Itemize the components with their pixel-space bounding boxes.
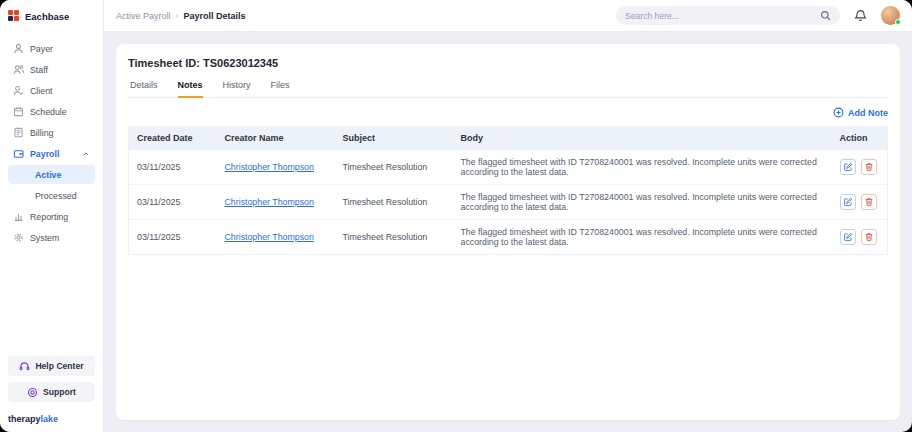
sidebar-item-label: System [30, 233, 59, 243]
breadcrumb: Active Payroll › Payroll Details [116, 11, 246, 21]
avatar[interactable] [881, 6, 900, 25]
sidebar-spacer [8, 248, 95, 350]
sidebar-item-payroll-active[interactable]: Active [8, 165, 95, 184]
brand[interactable]: Eachbase [8, 10, 95, 22]
created-date-cell: 03/11/2025 [129, 220, 217, 255]
search-input[interactable] [625, 11, 814, 21]
support-button[interactable]: Support [8, 382, 95, 402]
header-subject: Subject [335, 127, 453, 150]
sidebar-item-label: Payroll [30, 149, 59, 159]
subject-cell: Timesheet Resolution [335, 220, 453, 255]
plus-circle-icon [833, 107, 844, 118]
table-header-row: Created Date Creator Name Subject Body A… [129, 127, 888, 150]
therapylake-logo: therapylake [8, 414, 95, 424]
created-date-cell: 03/11/2025 [129, 150, 217, 185]
header-action: Action [832, 127, 888, 150]
add-note-label: Add Note [848, 108, 888, 118]
main-content: Timesheet ID: TS0623012345 Details Notes… [104, 32, 912, 432]
edit-note-button[interactable] [840, 159, 856, 175]
sidebar-item-reporting[interactable]: Reporting [8, 206, 95, 227]
row-actions [840, 194, 880, 210]
headset-icon [19, 361, 30, 372]
sidebar-subitem-label: Active [35, 170, 61, 180]
creator-link[interactable]: Christopher Thompson [225, 197, 314, 207]
people-icon [13, 64, 24, 75]
topbar-right [616, 6, 900, 25]
online-status-dot [895, 19, 901, 25]
sidebar-item-label: Staff [30, 65, 48, 75]
eachbase-logo-icon [8, 10, 20, 22]
sidebar-nav: Payer Staff Client Schedule [8, 38, 95, 248]
life-ring-icon [27, 387, 38, 398]
person-icon [13, 43, 24, 54]
search-icon[interactable] [820, 10, 831, 21]
trash-icon [864, 232, 874, 242]
subject-cell: Timesheet Resolution [335, 185, 453, 220]
help-center-button[interactable]: Help Center [8, 356, 95, 376]
sidebar-subitem-label: Processed [35, 191, 77, 201]
breadcrumb-separator-icon: › [176, 11, 179, 21]
sidebar-item-payroll[interactable]: Payroll [8, 143, 95, 164]
table-row: 03/11/2025 Christopher Thompson Timeshee… [129, 150, 888, 185]
calendar-icon [13, 106, 24, 117]
breadcrumb-current: Payroll Details [184, 11, 246, 21]
tabs: Details Notes History Files [128, 80, 888, 98]
edit-note-button[interactable] [840, 229, 856, 245]
sidebar-item-label: Billing [30, 128, 53, 138]
sidebar-item-payroll-processed[interactable]: Processed [8, 186, 95, 205]
body-cell: The flagged timesheet with ID T270824000… [453, 185, 832, 220]
creator-link[interactable]: Christopher Thompson [225, 162, 314, 172]
sidebar-item-staff[interactable]: Staff [8, 59, 95, 80]
row-actions [840, 229, 880, 245]
payroll-details-card: Timesheet ID: TS0623012345 Details Notes… [116, 44, 900, 420]
delete-note-button[interactable] [861, 229, 877, 245]
sidebar: Eachbase Payer Staff Client [0, 0, 104, 432]
trash-icon [864, 197, 874, 207]
page-title: Timesheet ID: TS0623012345 [128, 57, 888, 69]
wallet-icon [13, 148, 24, 159]
support-label: Support [43, 387, 76, 397]
add-note-row: Add Note [128, 107, 888, 118]
creator-link[interactable]: Christopher Thompson [225, 232, 314, 242]
created-date-cell: 03/11/2025 [129, 185, 217, 220]
sidebar-item-label: Client [30, 86, 53, 96]
sidebar-item-label: Reporting [30, 212, 68, 222]
header-creator-name: Creator Name [217, 127, 335, 150]
sidebar-item-schedule[interactable]: Schedule [8, 101, 95, 122]
table-row: 03/11/2025 Christopher Thompson Timeshee… [129, 185, 888, 220]
header-created-date: Created Date [129, 127, 217, 150]
gear-icon [13, 232, 24, 243]
sidebar-item-payer[interactable]: Payer [8, 38, 95, 59]
add-note-button[interactable]: Add Note [833, 107, 888, 118]
edit-icon [843, 197, 853, 207]
tab-notes[interactable]: Notes [178, 80, 203, 98]
notifications-bell-icon[interactable] [854, 9, 867, 22]
search-box [616, 6, 840, 25]
chart-icon [13, 211, 24, 222]
person-check-icon [13, 85, 24, 96]
body-cell: The flagged timesheet with ID T270824000… [453, 220, 832, 255]
app-window: Eachbase Payer Staff Client [0, 0, 912, 432]
sidebar-item-system[interactable]: System [8, 227, 95, 248]
edit-icon [843, 162, 853, 172]
delete-note-button[interactable] [861, 194, 877, 210]
sidebar-item-label: Payer [30, 44, 53, 54]
tab-details[interactable]: Details [130, 80, 158, 98]
body-cell: The flagged timesheet with ID T270824000… [453, 150, 832, 185]
receipt-icon [13, 127, 24, 138]
tab-history[interactable]: History [223, 80, 251, 98]
sidebar-item-billing[interactable]: Billing [8, 122, 95, 143]
edit-note-button[interactable] [840, 194, 856, 210]
tab-files[interactable]: Files [271, 80, 290, 98]
row-actions [840, 159, 880, 175]
chevron-up-icon [82, 150, 90, 158]
trash-icon [864, 162, 874, 172]
delete-note-button[interactable] [861, 159, 877, 175]
topbar: Active Payroll › Payroll Details [104, 0, 912, 32]
edit-icon [843, 232, 853, 242]
breadcrumb-parent[interactable]: Active Payroll [116, 11, 171, 21]
subject-cell: Timesheet Resolution [335, 150, 453, 185]
sidebar-item-label: Schedule [30, 107, 67, 117]
sidebar-item-client[interactable]: Client [8, 80, 95, 101]
help-center-label: Help Center [35, 361, 83, 371]
